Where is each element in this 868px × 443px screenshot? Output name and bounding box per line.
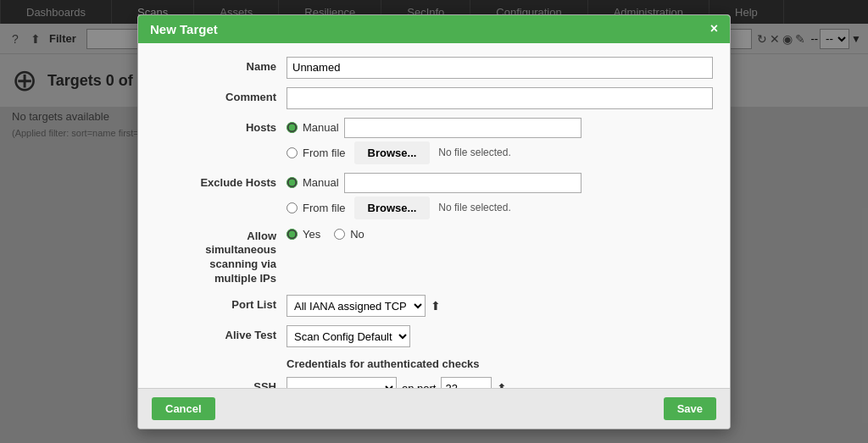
- comment-row: Comment: [155, 87, 713, 109]
- ssh-port-input[interactable]: [441, 377, 492, 387]
- exclude-manual-row: Manual: [287, 173, 713, 193]
- ssh-port-label: on port: [402, 382, 436, 388]
- exclude-hosts-label: Exclude Hosts: [155, 173, 287, 189]
- exclude-fromfile-label: From file: [303, 202, 346, 214]
- ssh-select[interactable]: --: [287, 377, 397, 387]
- exclude-fromfile-row: From file Browse... No file selected.: [287, 197, 713, 219]
- alive-test-control: Scan Config Default: [287, 325, 410, 347]
- exclude-browse-button[interactable]: Browse...: [354, 197, 431, 219]
- allow-scan-row: Allowsimultaneousscanning viamultiple IP…: [155, 228, 713, 287]
- hosts-row: Hosts Manual From file Browse... No file…: [155, 118, 713, 164]
- exclude-hosts-control: Manual From file Browse... No file selec…: [287, 173, 713, 219]
- name-row: Name: [155, 57, 713, 79]
- hosts-label: Hosts: [155, 118, 287, 134]
- modal-footer: Cancel Save: [138, 388, 730, 429]
- hosts-fromfile-radio[interactable]: [287, 147, 298, 158]
- cancel-button[interactable]: Cancel: [152, 397, 215, 420]
- exclude-manual-input[interactable]: [344, 173, 581, 193]
- credentials-section-header: Credentials for authenticated checks: [155, 357, 713, 370]
- allow-scan-control: Yes No: [287, 228, 713, 241]
- exclude-fromfile-radio[interactable]: [287, 202, 298, 213]
- port-list-select[interactable]: All IANA assigned TCP: [287, 295, 426, 317]
- exclude-manual-radio[interactable]: [287, 177, 298, 188]
- hosts-control: Manual From file Browse... No file selec…: [287, 118, 713, 164]
- ssh-label: SSH: [155, 377, 287, 387]
- alive-test-row: Alive Test Scan Config Default: [155, 325, 713, 347]
- port-list-row: Port List All IANA assigned TCP ⬆: [155, 295, 713, 317]
- exclude-nofile-text: No file selected.: [438, 202, 510, 213]
- hosts-nofile-text: No file selected.: [438, 147, 510, 158]
- allow-scan-yes-label: Yes: [303, 228, 320, 241]
- hosts-manual-input[interactable]: [344, 118, 581, 138]
- allow-scan-no-label: No: [350, 228, 364, 241]
- hosts-browse-button[interactable]: Browse...: [354, 141, 431, 164]
- new-target-modal: New Target × Name Comment Hosts: [137, 14, 731, 429]
- modal-header: New Target ×: [138, 15, 730, 43]
- hosts-manual-radio[interactable]: [287, 122, 298, 133]
- port-list-label: Port List: [155, 295, 287, 311]
- ssh-row: SSH -- on port ⬆: [155, 377, 713, 387]
- name-input[interactable]: [287, 57, 713, 79]
- name-control: [287, 57, 713, 79]
- hosts-fromfile-row: From file Browse... No file selected.: [287, 141, 713, 164]
- save-button[interactable]: Save: [664, 397, 716, 420]
- port-list-control: All IANA assigned TCP ⬆: [287, 295, 441, 317]
- modal-title: New Target: [150, 22, 218, 36]
- allow-scan-label: Allowsimultaneousscanning viamultiple IP…: [155, 228, 287, 287]
- allow-scan-yes-row: Yes No: [287, 228, 713, 241]
- modal-close-button[interactable]: ×: [710, 22, 718, 36]
- hosts-manual-label: Manual: [303, 121, 339, 134]
- port-list-new-icon[interactable]: ⬆: [431, 299, 441, 313]
- allow-scan-no-radio[interactable]: [334, 229, 345, 240]
- modal-body: Name Comment Hosts Manual: [138, 43, 730, 388]
- hosts-fromfile-label: From file: [303, 147, 346, 159]
- comment-label: Comment: [155, 87, 287, 103]
- alive-test-label: Alive Test: [155, 325, 287, 341]
- comment-input[interactable]: [287, 87, 713, 109]
- ssh-control: -- on port ⬆: [287, 377, 507, 387]
- name-label: Name: [155, 57, 287, 73]
- allow-scan-yes-radio[interactable]: [287, 229, 298, 240]
- exclude-hosts-row: Exclude Hosts Manual From file Browse...…: [155, 173, 713, 219]
- exclude-manual-label: Manual: [303, 176, 339, 189]
- alive-test-select[interactable]: Scan Config Default: [287, 325, 410, 347]
- comment-control: [287, 87, 713, 109]
- ssh-new-icon[interactable]: ⬆: [497, 381, 507, 387]
- hosts-manual-row: Manual: [287, 118, 713, 138]
- modal-overlay: New Target × Name Comment Hosts: [0, 0, 868, 443]
